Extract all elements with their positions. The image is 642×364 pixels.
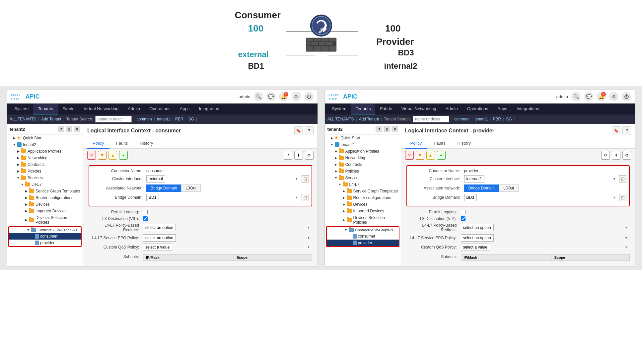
right-gear-btn[interactable]: ⚙ bbox=[609, 92, 618, 101]
right-nav-vnet[interactable]: Virtual Networking bbox=[397, 104, 441, 114]
left-tree-app-profiles[interactable]: ▶ Application Profiles bbox=[7, 148, 83, 155]
right-help-btn[interactable]: ? bbox=[622, 126, 631, 135]
left-tree-l4l7[interactable]: ▼ L4-L7 bbox=[7, 181, 83, 188]
right-toolbar-settings[interactable]: ⚙ bbox=[622, 151, 631, 160]
right-tree-devices[interactable]: ▶ Devices bbox=[325, 201, 401, 208]
left-tenant-common[interactable]: common bbox=[137, 117, 152, 121]
right-permit-logging-checkbox[interactable] bbox=[461, 210, 465, 214]
left-cluster-copy-btn[interactable]: 📋 bbox=[302, 175, 309, 182]
right-l4l7-redirect-select[interactable]: select an option bbox=[461, 224, 494, 231]
left-tenant-sg[interactable]: SG bbox=[188, 117, 194, 121]
right-nav-fabric[interactable]: Fabric bbox=[375, 104, 396, 114]
right-tenant-pbr[interactable]: PBR bbox=[493, 117, 501, 121]
right-tab-faults[interactable]: Faults bbox=[428, 138, 451, 149]
right-bd-copy-btn[interactable]: 📋 bbox=[619, 194, 626, 201]
left-tree-consumer[interactable]: consumer bbox=[9, 233, 81, 240]
left-bell-btn[interactable]: 🔔2 bbox=[279, 92, 288, 101]
left-tab-history[interactable]: History bbox=[134, 138, 158, 149]
right-custom-qos-select[interactable]: select a value bbox=[461, 244, 490, 251]
left-tree-dsp[interactable]: ▶ Devices Selection Policies bbox=[7, 214, 83, 226]
right-sidebar-btn2[interactable]: ⊞ bbox=[384, 126, 390, 132]
right-cluster-copy-btn[interactable]: 📋 bbox=[619, 175, 626, 182]
right-tenant-sg[interactable]: SG bbox=[506, 117, 512, 121]
left-toolbar-refresh[interactable]: ↺ bbox=[284, 151, 292, 160]
left-toolbar-ok[interactable]: ● bbox=[119, 151, 128, 160]
left-toolbar-warn[interactable]: ▼ bbox=[98, 151, 107, 160]
left-tree-sgt[interactable]: ▶ Service Graph Templates bbox=[7, 188, 83, 194]
right-nav-apps[interactable]: Apps bbox=[493, 104, 512, 114]
right-bookmark-btn[interactable]: 🔖 bbox=[612, 126, 620, 135]
right-power-btn[interactable]: ⏻ bbox=[622, 92, 631, 101]
right-tree-provider[interactable]: provider bbox=[327, 240, 399, 246]
right-tree-services[interactable]: ▼ Services bbox=[325, 175, 401, 181]
right-nav-integrations[interactable]: Integrations bbox=[512, 104, 544, 114]
left-sidebar-btn3[interactable]: ✕ bbox=[74, 126, 80, 132]
right-service-epg-select[interactable]: select an option bbox=[461, 234, 494, 242]
left-toolbar-delete[interactable]: ✕ bbox=[87, 151, 96, 160]
left-nav-tenants[interactable]: Tenants bbox=[33, 104, 58, 114]
right-l3-dest-checkbox[interactable] bbox=[461, 216, 465, 221]
left-custom-qos-select[interactable]: select a value bbox=[143, 244, 172, 251]
right-toolbar-delete[interactable]: ✕ bbox=[405, 151, 414, 160]
left-service-epg-select[interactable]: select an option bbox=[143, 234, 176, 242]
right-nav-admin[interactable]: Admin bbox=[441, 104, 463, 114]
left-l3out-btn[interactable]: L3Out bbox=[181, 184, 201, 192]
left-sidebar-btn1[interactable]: ↺ bbox=[58, 126, 64, 132]
left-tab-faults[interactable]: Faults bbox=[111, 138, 133, 149]
right-tree-router-configs[interactable]: ▶ Router configurations bbox=[325, 194, 401, 201]
right-tenant-search-input[interactable] bbox=[413, 116, 449, 122]
left-tree-quick-start[interactable]: ▶ Quick Start bbox=[7, 135, 83, 141]
left-nav-apps[interactable]: Apps bbox=[175, 104, 194, 114]
right-tree-contracts[interactable]: ▶ Contracts bbox=[325, 161, 401, 168]
right-tree-sgt[interactable]: ▶ Service Graph Templates bbox=[325, 188, 401, 194]
left-gear-btn[interactable]: ⚙ bbox=[292, 92, 301, 101]
left-bridge-domain-select[interactable]: BD1 bbox=[146, 194, 159, 201]
right-search-btn[interactable]: 🔍 bbox=[571, 92, 581, 101]
right-tab-history[interactable]: History bbox=[452, 138, 476, 149]
right-tenant-common[interactable]: common bbox=[454, 117, 469, 121]
left-tree-router-configs[interactable]: ▶ Router configurations bbox=[7, 194, 83, 201]
right-tree-app-profiles[interactable]: ▶ Application Profiles bbox=[325, 148, 401, 155]
left-l3-dest-checkbox[interactable] bbox=[143, 216, 148, 221]
left-tree-contracts[interactable]: ▶ Contracts bbox=[7, 161, 83, 168]
right-tree-imported-devices[interactable]: ▶ Imported Devices bbox=[325, 208, 401, 214]
right-cluster-interface-select[interactable]: internal2 bbox=[464, 175, 484, 182]
left-sidebar-btn2[interactable]: ⊞ bbox=[66, 126, 72, 132]
right-toolbar-alert[interactable]: ▲ bbox=[426, 151, 435, 160]
left-tenant-tenant1[interactable]: tenant1 bbox=[157, 117, 170, 121]
left-tree-policies[interactable]: ▶ Policies bbox=[7, 168, 83, 175]
left-search-btn[interactable]: 🔍 bbox=[254, 92, 263, 101]
right-tree-l4l7[interactable]: ▼ L4-L7 bbox=[325, 181, 401, 188]
left-l4l7-redirect-select[interactable]: select an option bbox=[143, 224, 176, 231]
right-tree-contract2[interactable]: ▼ Contract2-FW-Graph-N1 bbox=[327, 227, 399, 233]
left-nav-admin[interactable]: Admin bbox=[123, 104, 145, 114]
left-chat-btn[interactable]: 💬 bbox=[266, 92, 276, 101]
right-toolbar-refresh[interactable]: ↺ bbox=[601, 151, 610, 160]
right-l3out-btn[interactable]: L3Out bbox=[499, 184, 519, 192]
left-all-tenants-link[interactable]: ALL TENANTS bbox=[10, 117, 36, 121]
right-bridge-domain-btn[interactable]: Bridge Domain bbox=[464, 184, 499, 192]
left-tree-tenant2[interactable]: ▼ tenant2 bbox=[7, 141, 83, 148]
left-nav-vnet[interactable]: Virtual Networking bbox=[79, 104, 123, 114]
right-all-tenants-link[interactable]: ALL TENANTS bbox=[327, 117, 354, 121]
right-tree-consumer[interactable]: consumer bbox=[327, 233, 399, 240]
right-sidebar-btn1[interactable]: ↺ bbox=[376, 126, 382, 132]
left-toolbar-settings[interactable]: ⚙ bbox=[305, 151, 314, 160]
right-bell-btn[interactable]: 🔔2 bbox=[597, 92, 606, 101]
left-nav-integration[interactable]: Integration bbox=[194, 104, 224, 114]
left-bridge-domain-btn[interactable]: Bridge Domain bbox=[146, 184, 181, 192]
right-tree-networking[interactable]: ▶ Networking bbox=[325, 155, 401, 161]
right-tree-quick-start[interactable]: ▶ Quick Start bbox=[325, 135, 401, 141]
right-chat-btn[interactable]: 💬 bbox=[584, 92, 593, 101]
left-nav-ops[interactable]: Operations bbox=[145, 104, 175, 114]
right-tree-tenant2[interactable]: ▼ tenant2 bbox=[325, 141, 401, 148]
left-cluster-interface-select[interactable]: external bbox=[146, 175, 165, 182]
left-add-tenant-link[interactable]: Add Tenant bbox=[41, 117, 61, 121]
left-bd-copy-btn[interactable]: 📋 bbox=[302, 194, 309, 201]
left-tenant-search-input[interactable] bbox=[95, 116, 132, 122]
left-toolbar-alert[interactable]: ▲ bbox=[108, 151, 117, 160]
right-toolbar-ok[interactable]: ● bbox=[437, 151, 446, 160]
left-tab-policy[interactable]: Policy bbox=[87, 138, 109, 149]
right-add-tenant-link[interactable]: Add Tenant bbox=[359, 117, 379, 121]
right-nav-tenants[interactable]: Tenants bbox=[351, 104, 376, 114]
